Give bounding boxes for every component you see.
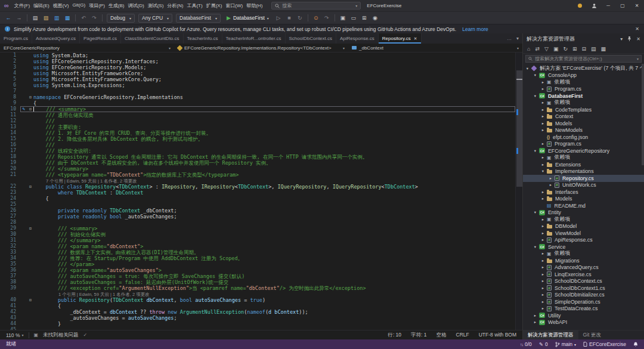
expand-icon[interactable]: ▸ (540, 190, 546, 194)
expand-icon[interactable]: ▸ (540, 114, 546, 119)
platform-dropdown[interactable]: Any CPU ▾ (138, 14, 172, 23)
tree-item-README.md[interactable]: README.md (523, 202, 644, 209)
code-line[interactable]: 32 /// <param name="dbContext"> (0, 243, 515, 249)
expand-icon[interactable]: ▸ (540, 292, 546, 297)
tree-item-ViewModel[interactable]: ▸ViewModel (523, 230, 644, 237)
solution-search-input[interactable]: 搜索解决方案资源管理器(Ctrl+;) ▾ (525, 55, 642, 63)
step-over-icon[interactable]: ↷ (322, 15, 332, 21)
configuration-dropdown[interactable]: Debug ▾ (107, 14, 135, 23)
tree-item-依赖项[interactable]: ▸依赖项 (523, 79, 644, 86)
code-line[interactable]: 10✎⊟ /// <summary> (0, 106, 515, 112)
code-health-icon[interactable]: ▣ (34, 332, 39, 338)
tree-item-Service[interactable]: ▾Service (523, 243, 644, 251)
menu-item-帮助(H)[interactable]: 帮助(H) (244, 2, 264, 9)
tab-TeacherInfoR...ontroller.cs[interactable]: TeacherInfoR...ontroller.cs (222, 33, 286, 44)
collapse-all-icon[interactable]: ⊟ (582, 46, 587, 52)
tree-item-SchoolDbContext.cs[interactable]: ▸SchoolDbContext.cs (523, 278, 644, 285)
column-indicator[interactable]: 字符: 1 (411, 332, 426, 339)
tree-item-SchoolDbContext1.cs[interactable]: ▸SchoolDbContext1.cs (523, 285, 644, 292)
tree-item-AdvancedQuery.cs[interactable]: ▸AdvancedQuery.cs (523, 264, 644, 271)
code-line[interactable]: 2using EFCoreGenericRepository.Interface… (0, 58, 515, 64)
home-icon[interactable]: ⌂ (527, 46, 530, 52)
code-line[interactable]: 12 /// (0, 118, 515, 124)
startup-project-dropdown[interactable]: DatabaseFirst ▾ (176, 14, 221, 23)
collapse-icon[interactable]: ▾ (540, 169, 546, 174)
redo-icon[interactable]: ↷ (89, 15, 99, 21)
code-line[interactable]: 45 (0, 327, 515, 330)
expand-icon[interactable]: ▸ (540, 196, 546, 201)
expand-icon[interactable]: ▸ (540, 141, 546, 146)
tab-SchoolDbContext.cs[interactable]: SchoolDbContext.cs (286, 33, 336, 44)
tree-item-SimpleOperation.cs[interactable]: ▸SimpleOperation.cs (523, 298, 644, 305)
collapse-icon[interactable]: ▾ (532, 73, 538, 78)
git-sync-status[interactable]: ↑↓ 0/0 (520, 341, 532, 347)
show-all-files-icon[interactable]: ▤ (591, 46, 596, 52)
minimize-button[interactable]: ─ (601, 0, 615, 11)
editor-vertical-scrollbar[interactable] (515, 52, 522, 330)
zoom-control[interactable]: 110 % ▾ (6, 332, 24, 338)
tree-item-efpt.config.json[interactable]: efpt.config.json (523, 134, 644, 141)
tree-item-LinqExercise.cs[interactable]: ▸LinqExercise.cs (523, 271, 644, 278)
code-line[interactable]: 39 /// <exception cref="ArgumentNullExce… (0, 285, 515, 291)
undo-icon[interactable]: ↶ (79, 15, 88, 21)
save-icon[interactable]: ▥ (52, 15, 61, 21)
tree-item-WebAPI[interactable]: ▸WebAPI (523, 319, 644, 326)
expand-icon[interactable]: ▸ (540, 231, 546, 236)
expand-icon[interactable]: ▸ (548, 183, 553, 187)
menu-item-Git(G)[interactable]: Git(G) (70, 2, 87, 9)
pending-changes-filter-icon[interactable]: ▽ (544, 46, 549, 52)
tab-AdvancedQuery.cs[interactable]: AdvancedQuery.cs (32, 33, 80, 44)
tree-item-Models[interactable]: ▸Models (523, 196, 644, 203)
document-list-icon[interactable]: ▾ (516, 36, 519, 41)
refresh-icon[interactable]: ↻ (563, 46, 568, 52)
navigate-back-icon[interactable]: ← (4, 15, 13, 21)
code-line[interactable]: 4using Microsoft.EntityFrameworkCore; (0, 70, 515, 76)
maximize-button[interactable]: ▢ (615, 0, 630, 11)
code-line[interactable]: 40⊟ public Repository(TDbContext dbConte… (0, 297, 515, 303)
save-all-icon[interactable]: ▦ (63, 15, 72, 21)
expand-icon[interactable]: ▸ (540, 279, 546, 283)
tree-item-DBModel[interactable]: ▸DBModel (523, 223, 644, 230)
tab-git-changes[interactable]: Git 更改 (578, 331, 606, 339)
menu-item-窗口(W)[interactable]: 窗口(W) (224, 2, 244, 9)
code-line[interactable]: 35 /// </param> (0, 261, 515, 267)
menu-item-测试(S)[interactable]: 测试(S) (146, 2, 166, 9)
code-line[interactable]: 7 (0, 88, 515, 94)
menu-item-工具(T)[interactable]: 工具(T) (185, 2, 204, 9)
pin-icon[interactable] (627, 36, 631, 41)
code-line[interactable]: 31 /// </summary> (0, 237, 515, 243)
notification-dot-icon[interactable] (578, 4, 582, 8)
code-line[interactable]: 6using System.Linq.Expressions; (0, 82, 515, 88)
tree-item-依赖项[interactable]: ▸依赖项 (523, 216, 644, 223)
properties-icon[interactable]: ▦ (601, 46, 606, 52)
bell-icon[interactable] (633, 342, 638, 347)
tree-item-依赖项[interactable]: ▸依赖项 (523, 100, 644, 107)
tab-PagedResult.cs[interactable]: PagedResult.cs (80, 33, 121, 44)
expand-icon[interactable]: ▸ (540, 121, 546, 126)
tree-item-Utility[interactable]: ▸Utility (523, 312, 644, 319)
expand-icon[interactable]: ▸ (540, 272, 546, 277)
hot-reload-icon[interactable]: ⊙ (311, 15, 321, 21)
fold-marker[interactable]: ⊟ (27, 184, 33, 190)
code-line[interactable]: 30 /// 初始化仓储实例 (0, 231, 515, 237)
tree-item-Repository.cs[interactable]: ▸Repository.cs (523, 175, 644, 182)
menu-item-分析(N)[interactable]: 分析(N) (165, 2, 185, 9)
splitter-grip[interactable] (516, 79, 522, 80)
code-line[interactable]: 1using System.Data; (0, 52, 515, 58)
open-file-icon[interactable]: ▨ (41, 15, 51, 21)
learn-more-link[interactable]: Learn more (462, 26, 488, 32)
menu-item-视图(V)[interactable]: 视图(V) (51, 2, 71, 9)
code-line[interactable]: 18 /// Repository 通常以 Scoped 生命周期注册: 它与 … (0, 154, 515, 160)
menu-item-扩展(X)[interactable]: 扩展(X) (205, 2, 224, 9)
eol-indicator[interactable]: CRLF (456, 332, 469, 339)
expand-icon[interactable]: ▸ (540, 286, 546, 291)
type-dropdown[interactable]: EFCoreGenericRepository.Implementations.… (174, 45, 348, 51)
expand-icon[interactable]: ▸ (548, 176, 553, 181)
code-line[interactable]: 14 /// 1. 对 EF Core 的常用 CRUD、查询、分页等操作进行统… (0, 130, 515, 136)
tree-item-Models[interactable]: ▸Models (523, 120, 644, 127)
tree-item-Program.cs[interactable]: ▸Program.cs (523, 141, 644, 148)
expand-icon[interactable]: ▸ (540, 237, 546, 242)
expand-icon[interactable]: ▸ (540, 217, 546, 222)
expand-icon[interactable]: ▸ (540, 87, 546, 91)
comment-icon[interactable]: ▭ (349, 15, 358, 21)
